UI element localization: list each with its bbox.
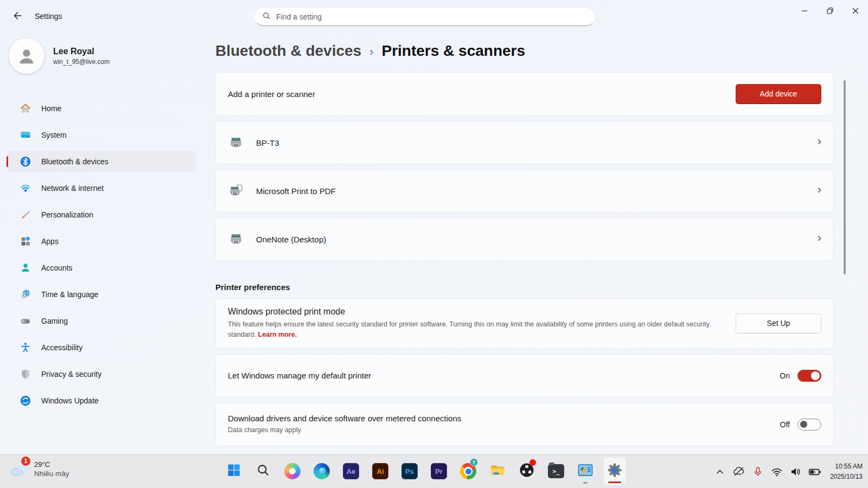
minimize-button[interactable] xyxy=(792,0,817,22)
toggle-state-label: Off xyxy=(780,420,790,429)
search-icon xyxy=(256,463,270,479)
system-monitor-button[interactable] xyxy=(574,457,597,485)
clock[interactable]: 10:55 AM 2025/10/13 xyxy=(830,461,863,481)
home-icon xyxy=(20,102,31,114)
back-button[interactable] xyxy=(8,8,27,25)
sidebar-item-label: Accessibility xyxy=(41,343,82,352)
sidebar-item-label: Time & language xyxy=(41,290,98,299)
user-profile[interactable]: Lee Royal win_t_95@live.com xyxy=(9,38,110,74)
default-printer-row: Let Windows manage my default printer On xyxy=(215,354,834,397)
sidebar-item-label: Gaming xyxy=(41,317,68,325)
file-explorer-button[interactable] xyxy=(486,457,509,485)
after-effects-button[interactable]: Ae xyxy=(340,457,362,485)
sidebar-item-accounts[interactable]: Accounts xyxy=(7,257,196,279)
default-printer-toggle[interactable] xyxy=(797,370,821,382)
accounts-icon xyxy=(20,262,31,274)
copilot-icon xyxy=(284,463,301,479)
cloud-offline-icon[interactable] xyxy=(732,465,746,479)
chevron-right-icon: › xyxy=(818,184,821,198)
sidebar-item-network-internet[interactable]: Network & internet xyxy=(7,177,196,199)
sidebar-item-privacy-security[interactable]: Privacy & security xyxy=(7,363,196,385)
scrollbar[interactable] xyxy=(844,80,846,274)
default-printer-label: Let Windows manage my default printer xyxy=(228,371,371,380)
add-device-button[interactable]: Add device xyxy=(736,84,821,104)
system-tray: 10:55 AM 2025/10/13 xyxy=(713,455,863,488)
page-title: Printers & scanners xyxy=(382,42,526,60)
printer-row-bp-t3[interactable]: BP-T3 › xyxy=(215,121,834,164)
sidebar-item-windows-update[interactable]: Windows Update xyxy=(7,390,196,412)
microphone-icon[interactable] xyxy=(751,465,765,479)
sidebar-item-personalization[interactable]: Personalization xyxy=(7,204,196,226)
app-title: Settings xyxy=(35,12,62,21)
cloud-weather-icon: 1 xyxy=(9,459,29,479)
apps-icon xyxy=(20,235,31,247)
photoshop-button[interactable]: Ps xyxy=(398,457,421,485)
search-box[interactable] xyxy=(254,7,596,26)
sidebar-item-bluetooth-devices[interactable]: Bluetooth & devices xyxy=(7,151,196,172)
breadcrumb-parent[interactable]: Bluetooth & devices xyxy=(215,42,361,60)
printer-name: OneNote (Desktop) xyxy=(256,235,326,244)
edge-icon xyxy=(314,463,330,479)
weather-widget[interactable]: 1 29°C Nhiều mây xyxy=(4,458,74,480)
printer-name: BP-T3 xyxy=(256,138,279,147)
chrome-button[interactable]: T xyxy=(457,457,480,485)
settings-taskbar-button[interactable] xyxy=(603,457,626,485)
printer-row-onenote[interactable]: OneNote (Desktop) › xyxy=(215,217,834,261)
printer-icon xyxy=(228,134,244,151)
sidebar-item-accessibility[interactable]: Accessibility xyxy=(7,337,196,358)
taskbar-search-button[interactable] xyxy=(252,457,275,485)
sidebar-item-home[interactable]: Home xyxy=(7,98,196,119)
volume-icon[interactable] xyxy=(789,465,803,479)
copilot-button[interactable] xyxy=(281,457,304,485)
notification-badge: 1 xyxy=(21,457,30,466)
sidebar-item-apps[interactable]: Apps xyxy=(7,230,196,252)
sidebar-item-label: Windows Update xyxy=(41,396,99,405)
sidebar-item-system[interactable]: System xyxy=(7,124,196,146)
wifi-icon[interactable] xyxy=(770,465,784,479)
metered-toggle[interactable] xyxy=(797,419,821,431)
chevron-right-icon: › xyxy=(818,136,821,150)
premiere-button[interactable]: Pr xyxy=(427,457,450,485)
sidebar-item-label: Accounts xyxy=(41,264,73,272)
protected-print-title: Windows protected print mode xyxy=(228,307,736,317)
obs-recording-badge xyxy=(529,459,536,466)
learn-more-link[interactable]: Learn more. xyxy=(258,331,297,338)
window-controls xyxy=(792,0,868,22)
battery-charging-icon[interactable] xyxy=(808,465,822,479)
search-input[interactable] xyxy=(275,12,588,22)
wifi-icon xyxy=(20,182,31,194)
add-printer-row: Add a printer or scanner Add device xyxy=(215,72,834,115)
after-effects-icon: Ae xyxy=(343,463,359,479)
sidebar: Lee Royal win_t_95@live.com Home System xyxy=(0,34,206,454)
globe-clock-icon xyxy=(20,288,31,300)
metered-connections-row: Download drivers and device software ove… xyxy=(215,403,834,446)
maximize-restore-button[interactable] xyxy=(817,0,843,22)
tray-chevron-up-icon[interactable] xyxy=(713,465,727,479)
metered-sublabel: Data charges may apply xyxy=(228,425,461,435)
open-app-indicator xyxy=(583,482,588,484)
protected-print-mode-row: Windows protected print mode This featur… xyxy=(215,298,834,349)
clock-time: 10:55 AM xyxy=(830,461,863,472)
photoshop-icon: Ps xyxy=(401,463,418,479)
profile-email: win_t_95@live.com xyxy=(53,58,110,66)
breadcrumb: Bluetooth & devices › Printers & scanner… xyxy=(215,42,834,60)
sidebar-item-label: System xyxy=(41,131,67,139)
edge-button[interactable] xyxy=(310,457,333,485)
terminal-button[interactable]: >_ xyxy=(545,457,567,485)
toggle-knob xyxy=(800,421,807,428)
brush-icon xyxy=(20,209,31,221)
sidebar-item-time-language[interactable]: Time & language xyxy=(7,284,196,305)
file-explorer-icon xyxy=(489,462,506,480)
printer-pdf-icon xyxy=(228,183,244,199)
sidebar-item-label: Personalization xyxy=(41,210,93,219)
obs-button[interactable] xyxy=(515,457,538,485)
system-icon xyxy=(20,129,31,141)
profile-name: Lee Royal xyxy=(53,47,110,56)
printer-row-print-to-pdf[interactable]: Microsoft Print to PDF › xyxy=(215,169,834,213)
set-up-button[interactable]: Set Up xyxy=(736,313,821,333)
close-button[interactable] xyxy=(843,0,868,22)
start-button[interactable] xyxy=(222,457,245,485)
illustrator-button[interactable]: Ai xyxy=(369,457,392,485)
sidebar-item-gaming[interactable]: Gaming xyxy=(7,310,196,332)
sidebar-item-label: Bluetooth & devices xyxy=(41,157,108,166)
